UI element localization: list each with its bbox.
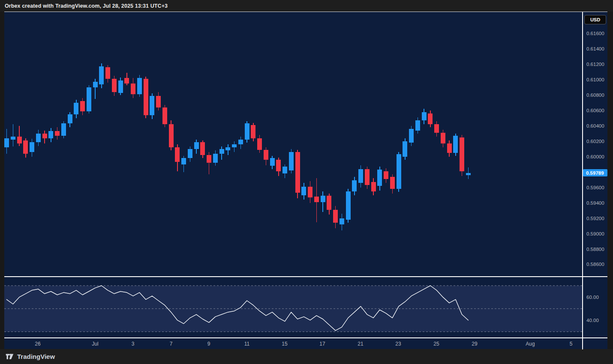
price-label: 0.59400 xyxy=(586,200,604,206)
candle-body-down xyxy=(169,124,174,147)
candle-body-down xyxy=(124,78,129,84)
price-pane-background xyxy=(4,12,582,277)
candle-body-down xyxy=(327,196,331,209)
last-price-badge: 0.59789 xyxy=(583,169,607,176)
candle-body-up xyxy=(181,158,186,164)
candle-body-down xyxy=(276,160,281,171)
candle-body-up xyxy=(68,114,72,124)
candle-body-down xyxy=(162,107,167,125)
tradingview-wordmark: TradingView xyxy=(17,353,55,360)
candle-body-up xyxy=(36,134,41,142)
price-label: 0.61200 xyxy=(586,62,604,67)
time-axis[interactable]: 26Jul37911151721232529Aug5 xyxy=(4,338,582,349)
price-label: 0.59000 xyxy=(586,231,604,236)
candle-body-up xyxy=(213,154,218,163)
candle-body-up xyxy=(453,136,458,153)
candle-body-down xyxy=(447,143,452,153)
price-axis-separator xyxy=(582,12,583,349)
candle-body-down xyxy=(131,84,135,94)
candle-body-up xyxy=(415,120,420,130)
pane-separator-bottom[interactable] xyxy=(4,337,607,338)
candle-body-up xyxy=(358,169,363,183)
candle-body-up xyxy=(188,149,192,158)
time-label-29: 29 xyxy=(472,341,477,347)
candle-body-up xyxy=(346,191,351,220)
candle-body-up xyxy=(219,149,224,154)
price-label: 0.58800 xyxy=(586,247,604,252)
candle-body-up xyxy=(422,112,427,121)
candle-body-down xyxy=(333,210,338,223)
time-label-26: 26 xyxy=(35,341,40,347)
price-axis[interactable]: USD 0.616000.614000.612000.610000.608000… xyxy=(583,12,607,349)
candle-body-up xyxy=(409,129,414,143)
time-label-11: 11 xyxy=(244,341,249,347)
candle-body-down xyxy=(175,147,180,162)
candle-body-up xyxy=(282,167,287,173)
candle-body-down xyxy=(80,101,85,111)
candle-body-up xyxy=(225,147,230,150)
candle-body-up xyxy=(48,131,53,138)
candle-body-down xyxy=(314,197,319,202)
candle-body-down xyxy=(105,67,110,79)
candle-body-up xyxy=(377,170,382,186)
price-label: 0.61600 xyxy=(586,31,604,36)
candle-body-up xyxy=(397,154,401,189)
candle-body-down xyxy=(384,171,388,179)
rsi-chart[interactable] xyxy=(4,277,582,338)
candle-body-up xyxy=(150,96,154,115)
candle-body-down xyxy=(434,124,439,133)
candle-body-down xyxy=(112,79,117,92)
time-label-7: 7 xyxy=(170,341,173,347)
time-label-Aug: Aug xyxy=(526,341,535,347)
price-label: 0.59200 xyxy=(586,216,604,221)
candle-body-down xyxy=(251,125,255,138)
pane-separator-top[interactable] xyxy=(4,276,607,277)
candle-body-down xyxy=(23,140,28,154)
price-label: 0.59600 xyxy=(586,185,604,190)
time-label-25: 25 xyxy=(433,341,439,347)
candle-body-down xyxy=(42,134,47,138)
tradingview-logo-icon xyxy=(5,352,14,361)
rsi-pane[interactable] xyxy=(4,277,582,338)
currency-button[interactable]: USD xyxy=(584,15,606,24)
candle-body-down xyxy=(55,131,60,136)
time-label-9: 9 xyxy=(207,341,210,347)
price-label: 0.61400 xyxy=(586,46,604,51)
price-pane[interactable] xyxy=(4,12,582,277)
candle-body-down xyxy=(371,182,376,191)
candle-wick xyxy=(13,124,14,146)
candle-body-up xyxy=(74,103,78,114)
candle-body-down xyxy=(428,113,433,124)
price-label: 0.60600 xyxy=(586,108,604,113)
candle-body-up xyxy=(245,123,249,140)
top-bar: Orbex created with TradingView.com, Jul … xyxy=(0,0,613,12)
candle-body-up xyxy=(403,141,407,157)
candle-body-up xyxy=(321,196,325,202)
price-label: 0.58600 xyxy=(586,262,604,267)
candle-body-up xyxy=(301,187,306,195)
rsi-axis-label: 40.00 xyxy=(586,318,599,323)
candle-body-down xyxy=(295,152,300,193)
candle-body-up xyxy=(4,138,9,148)
time-label-21: 21 xyxy=(358,341,363,347)
candle-body-down xyxy=(390,177,395,189)
price-label: 0.61000 xyxy=(586,77,604,82)
tradingview-logo-link[interactable]: TradingView xyxy=(5,352,55,361)
chart-attribution-title: Orbex created with TradingView.com, Jul … xyxy=(5,3,168,9)
candle-body-down xyxy=(200,142,205,155)
candle-body-down xyxy=(207,155,211,163)
time-label-15: 15 xyxy=(282,341,287,347)
candle-body-down xyxy=(257,138,262,150)
candle-body-up xyxy=(270,158,275,166)
candle-wick xyxy=(95,79,96,99)
bottom-bar: TradingView xyxy=(0,349,613,364)
candle-body-up xyxy=(118,81,123,93)
candle-body-up xyxy=(30,142,34,152)
candle-body-down xyxy=(365,169,370,185)
candle-body-up xyxy=(61,123,66,136)
candle-body-up xyxy=(466,173,471,175)
time-label-23: 23 xyxy=(395,341,401,347)
candlestick-chart[interactable] xyxy=(4,12,582,277)
candle-body-up xyxy=(232,144,237,147)
candle-body-down xyxy=(264,150,268,160)
